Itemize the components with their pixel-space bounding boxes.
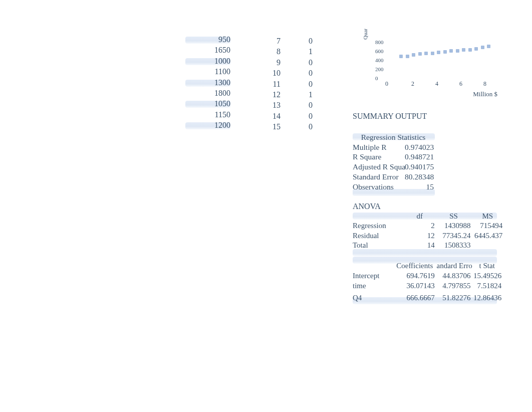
cell: 1300: [214, 78, 230, 87]
anova-cell: 1508333: [437, 241, 471, 250]
anova-label: Regression: [353, 222, 403, 230]
cell: 0: [262, 58, 313, 69]
cell: 1000: [214, 57, 230, 65]
anova-cell: 6445.437: [472, 232, 502, 240]
data-point: [431, 52, 434, 55]
column-q4: 0 1 0 0 0 1 0 0 0: [262, 37, 313, 133]
coef-header: andard Erro: [437, 262, 471, 270]
ytick: 0: [375, 75, 378, 81]
coef-label: time: [353, 282, 393, 290]
cell: 1150: [215, 110, 230, 119]
xtick: 6: [459, 80, 462, 88]
scatter-chart: Quar Million $ 800 600 400 200 0 0 2 4 6…: [363, 33, 496, 93]
data-point: [437, 51, 440, 54]
data-point: [449, 49, 453, 53]
stat-value: 15: [405, 182, 434, 191]
page: 950 1650 1000 1100 1300 1800 1050 1150 1…: [0, 0, 532, 412]
cell: 1800: [214, 89, 230, 97]
cell: 0: [262, 122, 313, 133]
coef-label: Q4: [353, 294, 393, 302]
stat-value: 80.28348: [405, 172, 434, 181]
anova-cell: 77345.24: [437, 232, 471, 240]
ytick: 400: [375, 57, 384, 63]
data-point: [462, 48, 465, 52]
stat-value: 0.974023: [405, 143, 434, 152]
data-point: [468, 48, 472, 52]
stat-label: Observations: [353, 182, 405, 191]
cell: 1100: [215, 67, 230, 76]
cell: 0: [262, 69, 313, 79]
anova-title: ANOVA: [353, 202, 502, 212]
stat-label: Adjusted R Squa: [353, 162, 405, 171]
coef-cell: 4.797855: [437, 282, 471, 290]
data-point: [424, 52, 428, 55]
stat-value: 0.940175: [405, 162, 434, 171]
regstats-header: Regression Statistics: [353, 133, 434, 143]
coef-cell: 51.82276: [437, 294, 471, 302]
ytick: 200: [375, 66, 384, 72]
stat-label: Multiple R: [353, 143, 405, 152]
anova-label: Total: [353, 241, 403, 250]
data-point: [487, 45, 490, 48]
data-point: [474, 47, 478, 51]
data-point: [456, 49, 459, 53]
coef-cell: 36.07143: [395, 282, 435, 290]
data-point: [406, 55, 409, 58]
coef-header: Coefficients: [395, 262, 435, 270]
data-point: [412, 53, 415, 57]
coef-cell: 12.86436: [472, 294, 501, 302]
anova-cell: 14: [405, 241, 435, 250]
cell: 1200: [214, 121, 230, 129]
summary-title: SUMMARY OUTPUT: [353, 112, 434, 122]
cell: 950: [218, 35, 230, 44]
coef-header: t Stat: [472, 262, 501, 270]
xtick: 8: [483, 80, 486, 88]
xtick: 2: [411, 80, 414, 88]
coef-cell: 44.83706: [437, 272, 471, 280]
chart-xlabel: Million $: [473, 90, 497, 98]
coef-cell: 666.6667: [395, 294, 435, 302]
cell: 1: [262, 47, 313, 58]
coef-cell: 694.7619: [395, 272, 435, 280]
anova-cell: 1430988: [437, 222, 471, 230]
anova-cell: 2: [405, 222, 435, 230]
stat-value: 0.948721: [405, 152, 434, 161]
cell: 1050: [214, 99, 230, 108]
anova-header: df: [405, 212, 435, 221]
stat-label: Standard Error: [353, 172, 405, 181]
data-point: [481, 46, 484, 49]
anova-label: Residual: [353, 232, 403, 240]
cell: 0: [262, 80, 313, 90]
coef-cell: 15.49526: [472, 272, 501, 280]
plot-area: [388, 42, 488, 78]
coefficients-table: Coefficients andard Erro t Stat Intercep…: [353, 262, 501, 304]
column-values: 950 1650 1000 1100 1300 1800 1050 1150 1…: [180, 35, 230, 132]
xtick: 0: [385, 80, 388, 88]
ytick: 800: [375, 39, 384, 45]
cell: 1650: [214, 46, 230, 54]
anova-cell: 12: [405, 232, 435, 240]
anova-header: MS: [472, 212, 502, 221]
coef-cell: 7.51824: [472, 282, 501, 290]
summary-output: SUMMARY OUTPUT Regression Statistics Mul…: [353, 112, 434, 192]
anova-table: ANOVA df SS MS Regression 2 1430988 7154…: [353, 202, 502, 251]
coef-label: Intercept: [353, 272, 393, 280]
data-point: [418, 52, 422, 56]
anova-header: SS: [437, 212, 471, 221]
cell: 0: [262, 101, 313, 111]
chart-ylabel: Quar: [362, 29, 368, 40]
xtick: 4: [435, 80, 438, 88]
ytick: 600: [375, 48, 384, 54]
cell: 1: [262, 90, 313, 101]
cell: 0: [262, 112, 313, 122]
stat-label: R Square: [353, 152, 405, 161]
cell: 0: [262, 37, 313, 47]
anova-cell: 715494: [472, 222, 502, 230]
data-point: [443, 50, 447, 54]
data-point: [399, 55, 403, 58]
